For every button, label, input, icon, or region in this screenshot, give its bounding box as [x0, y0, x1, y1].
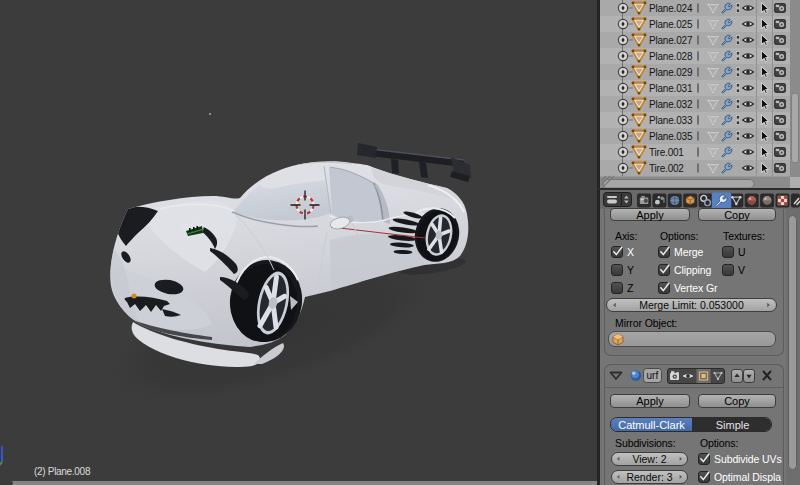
svg-text:Plane.032: Plane.032: [649, 99, 693, 110]
svg-text:Plane.029: Plane.029: [649, 67, 693, 78]
svg-text:Plane.035: Plane.035: [649, 131, 693, 142]
svg-text:Plane.033: Plane.033: [649, 115, 693, 126]
svg-text:Plane.031: Plane.031: [649, 83, 693, 94]
svg-text:Plane.027: Plane.027: [649, 35, 693, 46]
svg-text:Tire.002: Tire.002: [649, 163, 684, 174]
svg-text:Plane.025: Plane.025: [649, 19, 693, 30]
svg-text:Plane.028: Plane.028: [649, 51, 693, 62]
svg-text:Tire.001: Tire.001: [649, 147, 684, 158]
svg-text:Plane.024: Plane.024: [649, 3, 693, 14]
